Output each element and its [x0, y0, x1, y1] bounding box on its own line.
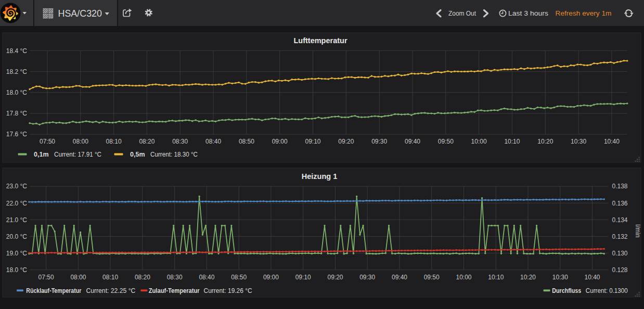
svg-text:Rücklauf-Temperatur: Rücklauf-Temperatur [26, 287, 81, 294]
svg-text:Zulauf-Temperatur: Zulauf-Temperatur [149, 287, 200, 294]
svg-text:08:10: 08:10 [106, 138, 122, 145]
svg-text:Durchfluss: Durchfluss [552, 287, 581, 294]
svg-text:09:30: 09:30 [359, 274, 375, 281]
svg-text:Current: 22.25 °C: Current: 22.25 °C [86, 287, 135, 294]
svg-text:10:00: 10:00 [456, 274, 471, 281]
svg-text:Current: 0.1300: Current: 0.1300 [586, 287, 628, 294]
svg-text:18.0 °C: 18.0 °C [6, 89, 27, 96]
svg-text:Current: 17.91 °C: Current: 17.91 °C [54, 151, 101, 158]
svg-text:23.0 °C: 23.0 °C [6, 183, 27, 190]
svg-text:17.8 °C: 17.8 °C [6, 110, 27, 117]
svg-text:09:20: 09:20 [327, 274, 343, 281]
svg-text:0.136: 0.136 [612, 200, 628, 207]
svg-text:08:50: 08:50 [231, 274, 247, 281]
svg-text:07:50: 07:50 [40, 138, 55, 145]
svg-text:0.132: 0.132 [612, 233, 628, 240]
svg-text:0.134: 0.134 [612, 216, 628, 224]
svg-text:Heizung 1: Heizung 1 [302, 172, 337, 181]
svg-text:08:40: 08:40 [205, 138, 221, 145]
svg-text:07:50: 07:50 [38, 274, 54, 281]
svg-text:17.6 °C: 17.6 °C [6, 131, 27, 138]
svg-text:09:10: 09:10 [305, 138, 320, 145]
svg-text:10:40: 10:40 [604, 138, 620, 145]
svg-text:10:10: 10:10 [488, 274, 504, 281]
svg-text:08:30: 08:30 [172, 138, 188, 145]
svg-text:0.130: 0.130 [612, 250, 628, 257]
svg-text:10:00: 10:00 [471, 138, 487, 145]
svg-text:0,5m: 0,5m [130, 151, 145, 158]
svg-text:18.4 °C: 18.4 °C [6, 47, 27, 55]
svg-text:0.138: 0.138 [612, 183, 628, 190]
svg-text:0,1m: 0,1m [34, 151, 49, 158]
svg-text:09:50: 09:50 [424, 274, 440, 281]
svg-text:18.0 °C: 18.0 °C [6, 266, 27, 274]
svg-text:19.0 °C: 19.0 °C [6, 250, 27, 257]
svg-text:22.0 °C: 22.0 °C [6, 200, 27, 207]
svg-text:Current: 19.26 °C: Current: 19.26 °C [204, 287, 252, 294]
svg-text:Last 3 hours: Last 3 hours [508, 9, 548, 17]
svg-text:l/min: l/min [634, 224, 641, 237]
svg-text:08:20: 08:20 [139, 138, 154, 145]
svg-text:HSA/C320: HSA/C320 [58, 8, 102, 19]
svg-text:10:30: 10:30 [552, 274, 568, 281]
svg-text:18.2 °C: 18.2 °C [6, 68, 27, 75]
svg-text:0.128: 0.128 [612, 266, 628, 274]
svg-text:09:50: 09:50 [438, 138, 454, 145]
svg-text:08:00: 08:00 [70, 274, 86, 281]
svg-text:Lufttemperatur: Lufttemperatur [293, 36, 347, 45]
svg-text:09:10: 09:10 [295, 274, 311, 281]
svg-text:Zoom Out: Zoom Out [448, 9, 476, 17]
svg-text:10:20: 10:20 [537, 138, 553, 145]
svg-text:09:40: 09:40 [392, 274, 407, 281]
svg-text:08:40: 08:40 [199, 274, 214, 281]
svg-text:Refresh every 1m: Refresh every 1m [556, 9, 612, 17]
svg-text:09:20: 09:20 [338, 138, 354, 145]
svg-text:08:10: 08:10 [102, 274, 118, 281]
svg-text:10:40: 10:40 [584, 274, 600, 281]
svg-text:08:50: 08:50 [239, 138, 254, 145]
svg-text:09:30: 09:30 [371, 138, 387, 145]
svg-text:10:30: 10:30 [571, 138, 586, 145]
svg-text:09:00: 09:00 [263, 274, 279, 281]
svg-text:10:20: 10:20 [520, 274, 536, 281]
svg-text:Current: 18.30 °C: Current: 18.30 °C [150, 151, 198, 158]
svg-text:10:10: 10:10 [504, 138, 520, 145]
svg-text:09:00: 09:00 [272, 138, 288, 145]
svg-text:08:20: 08:20 [135, 274, 150, 281]
svg-text:20.0 °C: 20.0 °C [6, 233, 27, 240]
svg-text:08:00: 08:00 [73, 138, 88, 145]
svg-text:08:30: 08:30 [167, 274, 183, 281]
svg-text:21.0 °C: 21.0 °C [6, 216, 27, 224]
svg-text:09:40: 09:40 [405, 138, 420, 145]
